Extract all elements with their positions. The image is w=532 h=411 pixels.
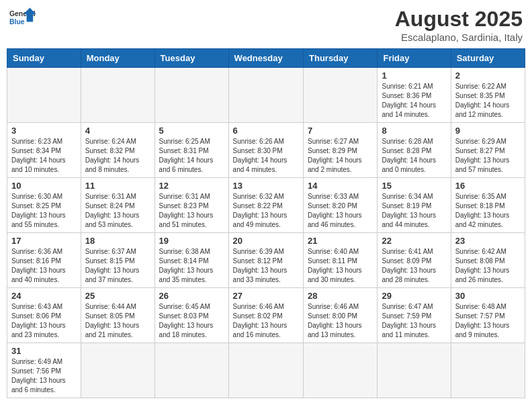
calendar-cell: 31Sunrise: 6:49 AM Sunset: 7:56 PM Dayli…	[7, 343, 81, 398]
calendar-cell: 29Sunrise: 6:47 AM Sunset: 7:59 PM Dayli…	[378, 288, 451, 343]
calendar-cell	[81, 343, 154, 398]
day-info: Sunrise: 6:41 AM Sunset: 8:09 PM Dayligh…	[382, 247, 446, 285]
calendar-cell: 30Sunrise: 6:48 AM Sunset: 7:57 PM Dayli…	[451, 288, 525, 343]
day-number: 14	[308, 181, 373, 191]
day-info: Sunrise: 6:37 AM Sunset: 8:15 PM Dayligh…	[85, 247, 150, 285]
day-info: Sunrise: 6:26 AM Sunset: 8:30 PM Dayligh…	[233, 137, 299, 175]
day-number: 12	[159, 181, 224, 191]
calendar-cell: 20Sunrise: 6:39 AM Sunset: 8:12 PM Dayli…	[228, 233, 303, 288]
weekday-header: Friday	[378, 49, 451, 68]
day-info: Sunrise: 6:49 AM Sunset: 7:56 PM Dayligh…	[11, 357, 77, 395]
title-area: August 2025 Escalaplano, Sardinia, Italy	[395, 7, 523, 43]
day-info: Sunrise: 6:46 AM Sunset: 8:02 PM Dayligh…	[233, 302, 299, 340]
calendar-cell	[7, 68, 81, 123]
day-number: 4	[85, 126, 150, 136]
calendar-cell	[154, 343, 228, 398]
day-info: Sunrise: 6:22 AM Sunset: 8:35 PM Dayligh…	[455, 82, 521, 120]
day-number: 21	[308, 236, 373, 246]
calendar-cell: 2Sunrise: 6:22 AM Sunset: 8:35 PM Daylig…	[451, 68, 525, 123]
day-info: Sunrise: 6:35 AM Sunset: 8:18 PM Dayligh…	[455, 192, 521, 230]
day-info: Sunrise: 6:25 AM Sunset: 8:31 PM Dayligh…	[159, 137, 224, 175]
day-info: Sunrise: 6:29 AM Sunset: 8:27 PM Dayligh…	[455, 137, 521, 175]
calendar-cell: 5Sunrise: 6:25 AM Sunset: 8:31 PM Daylig…	[154, 123, 228, 178]
day-number: 13	[233, 181, 299, 191]
day-number: 18	[85, 236, 150, 246]
day-number: 19	[159, 236, 224, 246]
day-number: 31	[11, 346, 77, 356]
day-number: 29	[382, 291, 446, 301]
calendar-cell: 16Sunrise: 6:35 AM Sunset: 8:18 PM Dayli…	[451, 178, 525, 233]
day-number: 2	[455, 71, 521, 81]
day-info: Sunrise: 6:40 AM Sunset: 8:11 PM Dayligh…	[308, 247, 373, 285]
week-row: 17Sunrise: 6:36 AM Sunset: 8:16 PM Dayli…	[7, 233, 525, 288]
calendar-cell: 4Sunrise: 6:24 AM Sunset: 8:32 PM Daylig…	[81, 123, 154, 178]
calendar-cell: 7Sunrise: 6:27 AM Sunset: 8:29 PM Daylig…	[304, 123, 378, 178]
calendar-table: SundayMondayTuesdayWednesdayThursdayFrid…	[7, 48, 525, 398]
calendar-cell	[451, 343, 525, 398]
day-info: Sunrise: 6:28 AM Sunset: 8:28 PM Dayligh…	[382, 137, 446, 175]
day-number: 10	[11, 181, 77, 191]
weekday-header: Sunday	[7, 49, 81, 68]
day-info: Sunrise: 6:34 AM Sunset: 8:19 PM Dayligh…	[382, 192, 446, 230]
calendar-cell: 21Sunrise: 6:40 AM Sunset: 8:11 PM Dayli…	[304, 233, 378, 288]
calendar-cell	[228, 343, 303, 398]
day-number: 3	[11, 126, 77, 136]
calendar-cell: 19Sunrise: 6:38 AM Sunset: 8:14 PM Dayli…	[154, 233, 228, 288]
day-info: Sunrise: 6:27 AM Sunset: 8:29 PM Dayligh…	[308, 137, 373, 175]
day-number: 8	[382, 126, 446, 136]
day-number: 1	[382, 71, 446, 81]
calendar-cell	[154, 68, 228, 123]
calendar-cell: 13Sunrise: 6:32 AM Sunset: 8:22 PM Dayli…	[228, 178, 303, 233]
calendar-title: August 2025	[395, 7, 523, 32]
weekday-header: Tuesday	[154, 49, 228, 68]
day-number: 20	[233, 236, 299, 246]
calendar-cell	[81, 68, 154, 123]
weekday-header: Wednesday	[228, 49, 303, 68]
day-number: 6	[233, 126, 299, 136]
day-info: Sunrise: 6:31 AM Sunset: 8:23 PM Dayligh…	[159, 192, 224, 230]
weekday-header: Saturday	[451, 49, 525, 68]
day-number: 23	[455, 236, 521, 246]
day-info: Sunrise: 6:36 AM Sunset: 8:16 PM Dayligh…	[11, 247, 77, 285]
day-info: Sunrise: 6:31 AM Sunset: 8:24 PM Dayligh…	[85, 192, 150, 230]
day-info: Sunrise: 6:46 AM Sunset: 8:00 PM Dayligh…	[308, 302, 373, 340]
logo-icon: General Blue	[9, 7, 36, 28]
calendar-cell	[304, 343, 378, 398]
day-info: Sunrise: 6:21 AM Sunset: 8:36 PM Dayligh…	[382, 82, 446, 120]
day-info: Sunrise: 6:44 AM Sunset: 8:05 PM Dayligh…	[85, 302, 150, 340]
week-row: 24Sunrise: 6:43 AM Sunset: 8:06 PM Dayli…	[7, 288, 525, 343]
day-info: Sunrise: 6:23 AM Sunset: 8:34 PM Dayligh…	[11, 137, 77, 175]
day-info: Sunrise: 6:43 AM Sunset: 8:06 PM Dayligh…	[11, 302, 77, 340]
calendar-cell	[304, 68, 378, 123]
calendar-cell: 22Sunrise: 6:41 AM Sunset: 8:09 PM Dayli…	[378, 233, 451, 288]
week-row: 3Sunrise: 6:23 AM Sunset: 8:34 PM Daylig…	[7, 123, 525, 178]
calendar-cell: 23Sunrise: 6:42 AM Sunset: 8:08 PM Dayli…	[451, 233, 525, 288]
calendar-cell: 18Sunrise: 6:37 AM Sunset: 8:15 PM Dayli…	[81, 233, 154, 288]
calendar-cell: 15Sunrise: 6:34 AM Sunset: 8:19 PM Dayli…	[378, 178, 451, 233]
week-row: 31Sunrise: 6:49 AM Sunset: 7:56 PM Dayli…	[7, 343, 525, 398]
day-info: Sunrise: 6:32 AM Sunset: 8:22 PM Dayligh…	[233, 192, 299, 230]
calendar-cell: 3Sunrise: 6:23 AM Sunset: 8:34 PM Daylig…	[7, 123, 81, 178]
calendar-cell: 27Sunrise: 6:46 AM Sunset: 8:02 PM Dayli…	[228, 288, 303, 343]
calendar-cell: 26Sunrise: 6:45 AM Sunset: 8:03 PM Dayli…	[154, 288, 228, 343]
week-row: 10Sunrise: 6:30 AM Sunset: 8:25 PM Dayli…	[7, 178, 525, 233]
calendar-cell: 1Sunrise: 6:21 AM Sunset: 8:36 PM Daylig…	[378, 68, 451, 123]
calendar-subtitle: Escalaplano, Sardinia, Italy	[395, 32, 523, 43]
calendar-cell: 12Sunrise: 6:31 AM Sunset: 8:23 PM Dayli…	[154, 178, 228, 233]
page-header: General Blue August 2025 Escalaplano, Sa…	[7, 7, 525, 43]
day-number: 22	[382, 236, 446, 246]
day-number: 15	[382, 181, 446, 191]
calendar-cell	[378, 343, 451, 398]
calendar-cell: 24Sunrise: 6:43 AM Sunset: 8:06 PM Dayli…	[7, 288, 81, 343]
weekday-header: Thursday	[304, 49, 378, 68]
day-info: Sunrise: 6:48 AM Sunset: 7:57 PM Dayligh…	[455, 302, 521, 340]
weekday-header: Monday	[81, 49, 154, 68]
calendar-cell: 17Sunrise: 6:36 AM Sunset: 8:16 PM Dayli…	[7, 233, 81, 288]
day-number: 24	[11, 291, 77, 301]
day-number: 5	[159, 126, 224, 136]
calendar-cell: 14Sunrise: 6:33 AM Sunset: 8:20 PM Dayli…	[304, 178, 378, 233]
day-number: 17	[11, 236, 77, 246]
calendar-cell: 11Sunrise: 6:31 AM Sunset: 8:24 PM Dayli…	[81, 178, 154, 233]
day-number: 25	[85, 291, 150, 301]
calendar-cell: 28Sunrise: 6:46 AM Sunset: 8:00 PM Dayli…	[304, 288, 378, 343]
